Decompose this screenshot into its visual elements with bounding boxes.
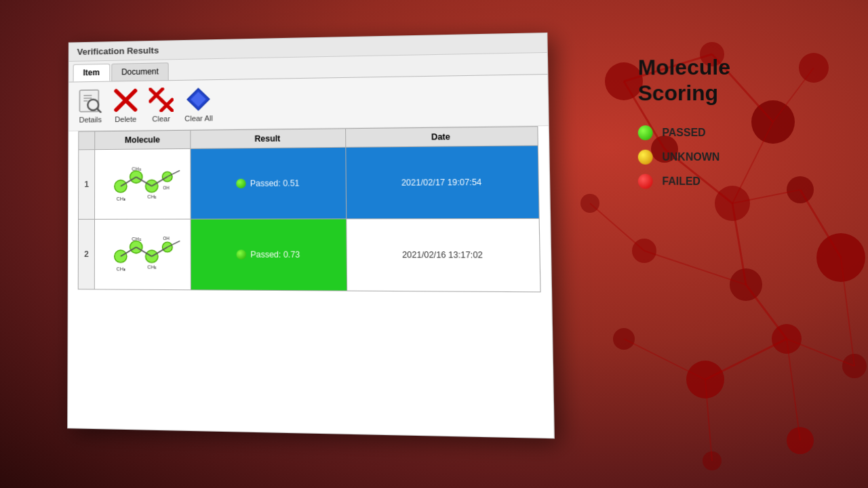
clear-all-button[interactable]: Clear All	[184, 87, 213, 123]
clear-all-icon	[186, 87, 212, 112]
details-button[interactable]: Details	[78, 89, 102, 124]
svg-line-30	[624, 339, 705, 380]
tab-document[interactable]: Document	[111, 62, 169, 81]
legend-dot-passed	[638, 125, 653, 140]
svg-point-11	[772, 324, 802, 354]
legend-dot-failed	[638, 174, 653, 188]
legend-label-failed: FAILED	[662, 175, 701, 187]
row-1-result: Passed: 0.51	[191, 147, 347, 219]
row-2-molecule: CH₃ CH₂ CH₂ OH	[94, 219, 191, 289]
svg-text:OH: OH	[163, 236, 170, 241]
molecule-1-svg: CH₃ CH₂ CH₂ OH	[99, 152, 186, 214]
legend-item-passed: PASSED	[638, 125, 801, 140]
svg-point-61	[115, 250, 127, 262]
svg-line-25	[644, 251, 746, 285]
clear-all-icon-wrap	[186, 87, 212, 112]
clear-all-label: Clear All	[184, 114, 213, 123]
svg-text:CH₂: CH₂	[147, 194, 157, 200]
delete-icon-wrap	[113, 88, 138, 113]
svg-point-12	[842, 354, 867, 378]
svg-text:CH₂: CH₂	[147, 264, 157, 270]
legend-label-unknown: UNKNOWN	[662, 151, 719, 163]
svg-point-15	[787, 427, 814, 454]
svg-point-7	[816, 233, 865, 282]
tab-item[interactable]: Item	[73, 64, 110, 82]
svg-point-14	[613, 328, 635, 350]
delete-icon	[113, 88, 138, 113]
row-1-status-dot	[236, 179, 246, 188]
row-1-date: 2021/02/17 19:07:54	[346, 146, 539, 219]
clear-label: Clear	[152, 115, 170, 123]
svg-text:CH₃: CH₃	[117, 196, 126, 202]
details-icon	[78, 89, 102, 113]
svg-text:OH: OH	[163, 185, 170, 190]
table-row[interactable]: 1 CH₃ CH₂	[79, 146, 540, 220]
row-2-result-text: Passed: 0.73	[250, 249, 300, 259]
col-date-header: Date	[346, 127, 538, 148]
clear-icon	[149, 87, 173, 112]
svg-point-13	[686, 361, 724, 399]
svg-text:CH₃: CH₃	[116, 266, 125, 272]
row-1-result-text: Passed: 0.51	[250, 178, 300, 188]
row-2-result: Passed: 0.73	[191, 219, 347, 291]
svg-line-26	[590, 203, 644, 251]
legend-title: Molecule Scoring	[638, 54, 801, 106]
svg-line-28	[787, 339, 854, 366]
data-table-wrapper: Molecule Result Date 1	[68, 126, 552, 302]
legend-item-unknown: UNKNOWN	[638, 150, 801, 165]
clear-button[interactable]: Clear	[149, 87, 173, 123]
svg-point-10	[580, 194, 599, 213]
main-panel: Verification Results Item Document Detai…	[67, 33, 555, 439]
legend-item-failed: FAILED	[638, 174, 801, 189]
table-row[interactable]: 2 CH₃ CH₂ CH₂	[78, 218, 540, 291]
svg-text:CH₂: CH₂	[132, 166, 141, 172]
svg-line-29	[705, 339, 787, 380]
col-molecule-header: Molecule	[95, 130, 191, 149]
svg-line-24	[732, 203, 746, 285]
details-label: Details	[79, 115, 102, 123]
svg-point-9	[632, 239, 656, 263]
delete-button[interactable]: Delete	[113, 88, 138, 123]
svg-text:CH₂: CH₂	[132, 236, 141, 242]
col-result-header: Result	[191, 129, 346, 149]
legend-dot-unknown	[638, 150, 653, 165]
row-1-num: 1	[79, 150, 95, 220]
clear-icon-wrap	[149, 87, 173, 112]
legend-items: PASSED UNKNOWN FAILED	[638, 125, 801, 190]
svg-line-34	[841, 258, 854, 366]
svg-point-8	[730, 268, 762, 301]
svg-line-31	[705, 380, 712, 461]
svg-line-32	[787, 339, 800, 441]
svg-point-16	[703, 451, 722, 470]
legend-label-passed: PASSED	[662, 127, 705, 139]
row-2-date: 2021/02/16 13:17:02	[347, 218, 540, 291]
details-icon-wrap	[78, 89, 102, 113]
delete-label: Delete	[115, 115, 136, 123]
molecule-2-svg: CH₃ CH₂ CH₂ OH	[99, 222, 186, 285]
legend-panel: Molecule Scoring PASSED UNKNOWN FAILED	[625, 40, 814, 203]
svg-line-27	[746, 285, 787, 339]
row-2-status-dot	[237, 249, 247, 259]
row-1-result-content: Passed: 0.51	[195, 178, 342, 188]
col-num-header	[79, 131, 95, 150]
row-2-num: 2	[78, 219, 94, 289]
data-table: Molecule Result Date 1	[78, 126, 541, 292]
row-1-molecule: CH₃ CH₂ CH₂ OH	[95, 148, 191, 219]
toolbar: Details Delete Clear	[68, 75, 548, 131]
row-2-result-content: Passed: 0.73	[195, 249, 342, 260]
